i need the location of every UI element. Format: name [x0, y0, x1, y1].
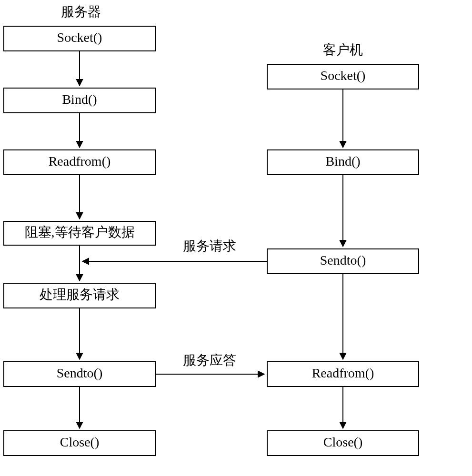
- server-block-box: 阻塞,等待客户数据: [4, 221, 155, 245]
- client-header: 客户机: [323, 42, 363, 57]
- server-close-label: Close(): [60, 435, 99, 449]
- server-readfrom-label: Readfrom(): [49, 154, 111, 169]
- client-close-box: Close(): [267, 431, 419, 456]
- server-close-box: Close(): [4, 431, 155, 456]
- client-bind-box: Bind(): [267, 150, 419, 175]
- server-readfrom-box: Readfrom(): [4, 150, 155, 175]
- server-sendto-box: Sendto(): [4, 362, 155, 387]
- server-process-box: 处理服务请求: [4, 283, 155, 308]
- server-process-label: 处理服务请求: [40, 287, 120, 302]
- client-sendto-box: Sendto(): [267, 249, 419, 274]
- server-sendto-label: Sendto(): [57, 366, 102, 380]
- server-socket-label: Socket(): [57, 30, 102, 45]
- server-bind-box: Bind(): [4, 88, 155, 113]
- client-socket-label: Socket(): [321, 68, 366, 83]
- request-label: 服务请求: [183, 238, 236, 253]
- socket-flowchart: 服务器 客户机 Socket() Bind() Readfrom() 阻塞,等待…: [0, 0, 472, 476]
- client-socket-box: Socket(): [267, 64, 419, 89]
- server-socket-box: Socket(): [4, 26, 155, 51]
- client-readfrom-box: Readfrom(): [267, 362, 419, 387]
- client-close-label: Close(): [323, 435, 362, 449]
- client-readfrom-label: Readfrom(): [312, 366, 374, 380]
- client-sendto-label: Sendto(): [320, 253, 366, 268]
- response-label: 服务应答: [183, 353, 236, 367]
- server-bind-label: Bind(): [62, 92, 97, 107]
- client-bind-label: Bind(): [325, 154, 360, 169]
- server-block-label: 阻塞,等待客户数据: [25, 225, 135, 239]
- server-header: 服务器: [61, 4, 101, 19]
